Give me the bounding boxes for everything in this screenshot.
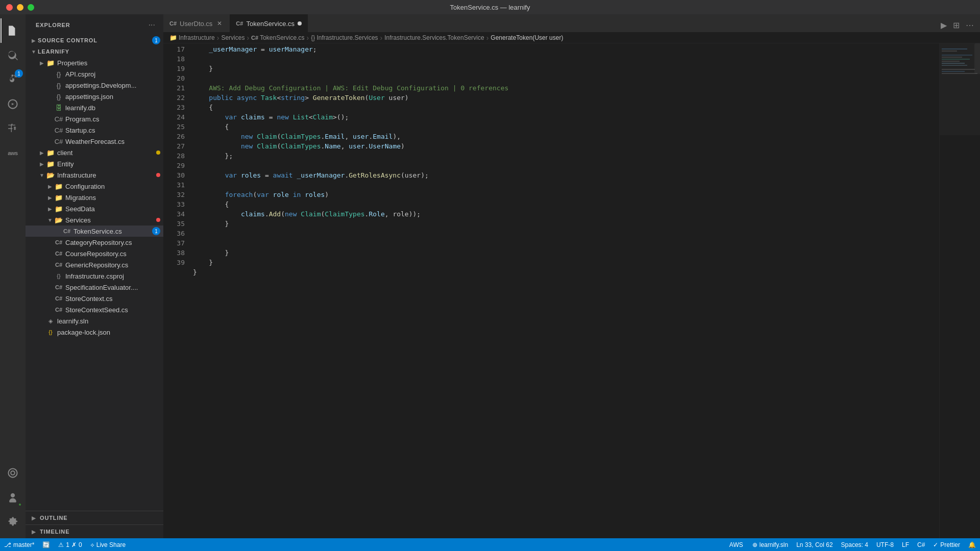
learnify-root[interactable]: ▼ LEARNIFY	[26, 46, 163, 57]
prettier-status[interactable]: ✓ Prettier	[929, 538, 964, 551]
breadcrumb-tokenservice-file[interactable]: C# TokenService.cs	[251, 34, 304, 41]
tree-appsettings-dev[interactable]: {} appsettings.Developm...	[26, 80, 163, 91]
breadcrumb: 📁 Infrastructure › Services › C# TokenSe…	[163, 32, 980, 43]
tree-api-csproj[interactable]: {} API.csproj	[26, 68, 163, 80]
folder-icon: 📁	[46, 58, 55, 67]
tree-entity[interactable]: ▶ 📁 Entity	[26, 158, 163, 169]
status-left: ⎇ master* 🔄 ⚠ 1 ✗ 0 ⟡ Live Share	[0, 538, 130, 551]
tree-infrastructure[interactable]: ▼ 📂 Infrastructure	[26, 169, 163, 181]
breadcrumb-services[interactable]: Services	[221, 34, 244, 41]
tree-configuration[interactable]: ▶ 📁 Configuration	[26, 181, 163, 192]
breadcrumb-method[interactable]: GenerateToken(User user)	[491, 34, 563, 41]
tree-seeddata[interactable]: ▶ 📁 SeedData	[26, 203, 163, 214]
cat-icon: C#	[54, 238, 63, 247]
tree-store-seed[interactable]: C# StoreContextSeed.cs	[26, 304, 163, 315]
client-arrow: ▶	[38, 150, 46, 156]
activity-settings[interactable]	[1, 510, 25, 534]
tree-infra-csproj[interactable]: {} Infrastructure.csproj	[26, 270, 163, 282]
line-ending-label: LF	[902, 541, 909, 548]
services-label: Services	[65, 216, 156, 224]
tree-category-repo[interactable]: C# CategoryRepository.cs	[26, 237, 163, 248]
json-icon: {}	[54, 81, 63, 90]
sidebar-more-actions[interactable]: ···	[146, 19, 157, 31]
account-online-indicator	[18, 503, 22, 507]
entity-label: Entity	[57, 160, 163, 168]
activity-source-control[interactable]: 1	[1, 67, 25, 92]
sync-icon: 🔄	[42, 541, 50, 548]
aws-status[interactable]: AWS	[724, 538, 748, 551]
activity-remote[interactable]	[1, 461, 25, 485]
tree-token-service[interactable]: C# TokenService.cs 1	[26, 226, 163, 237]
spaces-status[interactable]: Spaces: 4	[837, 538, 872, 551]
split-editor-button[interactable]: ⊞	[951, 18, 962, 32]
tab-tokenservice[interactable]: C# TokenService.cs	[230, 14, 308, 32]
breadcrumb-sep-5: ›	[486, 34, 489, 42]
activity-explorer[interactable]	[1, 18, 25, 43]
source-control-badge: 1	[15, 69, 23, 78]
window-controls[interactable]	[6, 4, 34, 11]
tree-generic-repo[interactable]: C# GenericRepository.cs	[26, 259, 163, 270]
activity-search[interactable]	[1, 43, 25, 67]
tree-client[interactable]: ▶ 📁 client	[26, 147, 163, 158]
run-button[interactable]: ▶	[939, 18, 949, 32]
tree-appsettings[interactable]: {} appsettings.json	[26, 91, 163, 102]
tree-services[interactable]: ▼ 📂 Services	[26, 214, 163, 226]
language-status[interactable]: C#	[913, 538, 929, 551]
outline-header[interactable]: ▶ OUTLINE	[26, 511, 163, 524]
tree-startup-cs[interactable]: C# Startup.cs	[26, 124, 163, 136]
timeline-section: ▶ TIMELINE	[26, 524, 163, 538]
solution-status[interactable]: ⊕ learnify.sln	[748, 538, 792, 551]
more-tabs-button[interactable]: ⋯	[964, 18, 976, 32]
breadcrumb-infrastructure[interactable]: 📁 Infrastructure	[169, 34, 215, 41]
timeline-arrow: ▶	[30, 529, 38, 535]
code-editor[interactable]: 17 18 19 20 21 22 23 24 25 26 27 28 29 3…	[163, 43, 980, 538]
breadcrumb-class-label: Infrastructure.Services.TokenService	[384, 34, 484, 41]
cursor-status[interactable]: Ln 33, Col 62	[792, 538, 837, 551]
infra-csproj-icon: {}	[54, 271, 63, 281]
maximize-button[interactable]	[28, 4, 34, 11]
cursor-label: Ln 33, Col 62	[796, 541, 832, 548]
breadcrumb-namespace[interactable]: {} Infrastructure.Services	[311, 34, 378, 41]
activity-run-debug[interactable]	[1, 92, 25, 116]
breadcrumb-class[interactable]: Infrastructure.Services.TokenService	[384, 34, 484, 41]
tree-weather-cs[interactable]: C# WeatherForecast.cs	[26, 136, 163, 147]
notifications-status[interactable]: 🔔	[964, 538, 980, 551]
tree-pkg-lock[interactable]: {} package-lock.json	[26, 327, 163, 338]
errors-status[interactable]: ⚠ 1 ✗ 0	[54, 538, 86, 551]
infrastructure-arrow: ▼	[38, 172, 46, 178]
tabs-bar: C# UserDto.cs ✕ C# TokenService.cs ▶ ⊞ ⋯	[163, 14, 980, 32]
branch-status[interactable]: ⎇ master*	[0, 538, 38, 551]
tree-course-repo[interactable]: C# CourseRepository.cs	[26, 248, 163, 259]
tree-program-cs[interactable]: C# Program.cs	[26, 113, 163, 124]
encoding-status[interactable]: UTF-8	[872, 538, 898, 551]
tree-store-context[interactable]: C# StoreContext.cs	[26, 293, 163, 304]
timeline-header[interactable]: ▶ TIMELINE	[26, 525, 163, 538]
migrations-label: Migrations	[65, 194, 163, 202]
activity-extensions[interactable]	[1, 116, 25, 141]
infrastructure-label: Infrastructure	[57, 171, 156, 179]
tree-properties[interactable]: ▶ 📁 Properties	[26, 57, 163, 68]
tab-userdto[interactable]: C# UserDto.cs ✕	[163, 14, 230, 32]
sync-status[interactable]: 🔄	[38, 538, 54, 551]
appsettings-label: appsettings.json	[65, 93, 163, 101]
minimize-button[interactable]	[17, 4, 23, 11]
code-area[interactable]: _userManager = userManager; } AWS: Add D…	[189, 43, 939, 538]
infrastructure-folder-icon: 📂	[46, 170, 55, 180]
solution-label: learnify.sln	[760, 541, 788, 548]
line-ending-status[interactable]: LF	[898, 538, 913, 551]
userdto-tab-close[interactable]: ✕	[215, 19, 224, 28]
activity-aws[interactable]: aws	[1, 141, 25, 165]
tree-migrations[interactable]: ▶ 📁 Migrations	[26, 192, 163, 203]
tree-learnify-db[interactable]: 🗄 learnify.db	[26, 102, 163, 113]
breadcrumb-sep-3: ›	[307, 34, 309, 42]
tree-learnify-sln[interactable]: ◈ learnify.sln	[26, 315, 163, 327]
token-service-icon: C#	[62, 227, 71, 236]
activity-account[interactable]	[1, 485, 25, 510]
source-control-item[interactable]: ▶ SOURCE CONTROL 1	[26, 35, 163, 46]
tree-spec-eval[interactable]: C# SpecificationEvaluator....	[26, 282, 163, 293]
db-label: learnify.db	[65, 104, 163, 112]
close-button[interactable]	[6, 4, 13, 11]
live-share-status[interactable]: ⟡ Live Share	[86, 538, 130, 551]
line-numbers: 17 18 19 20 21 22 23 24 25 26 27 28 29 3…	[163, 43, 189, 538]
editor-area: C# UserDto.cs ✕ C# TokenService.cs ▶ ⊞ ⋯…	[163, 14, 980, 538]
